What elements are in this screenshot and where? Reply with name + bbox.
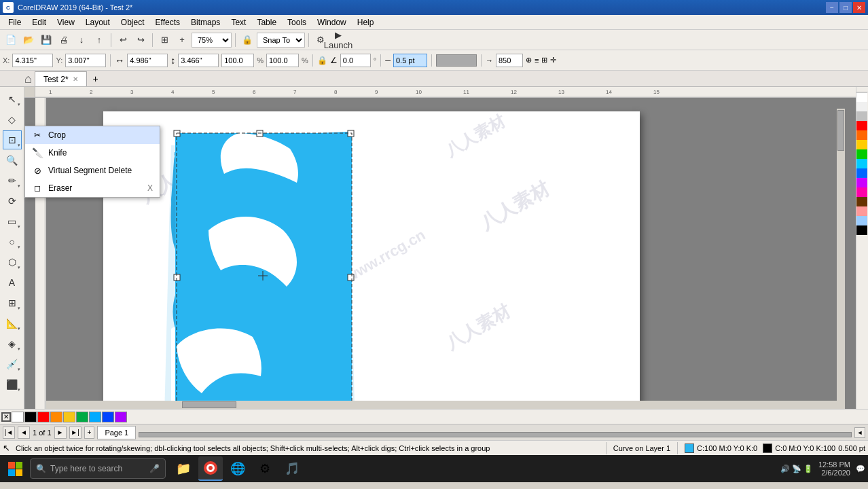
color-light-red[interactable] [856, 206, 867, 216]
fit-button[interactable]: ⊞ [156, 32, 173, 48]
tab-test2[interactable]: Test 2* ✕ [35, 71, 87, 86]
line-style-select[interactable] [436, 54, 477, 67]
node-tool[interactable]: ◇ [3, 110, 22, 129]
outline-size-input[interactable]: 850 [496, 54, 523, 67]
save-button[interactable]: 💾 [38, 32, 54, 48]
smart-draw-tool[interactable]: ⟳ [3, 192, 22, 211]
launch-button[interactable]: ▶ Launch [330, 32, 346, 48]
color-light-blue[interactable] [856, 216, 867, 225]
palette-yellow[interactable] [63, 412, 75, 422]
ellipse-tool[interactable]: ○▾ [3, 232, 22, 251]
text-tool[interactable]: A [3, 273, 22, 292]
redo-button[interactable]: ↪ [132, 32, 149, 48]
notification-icon[interactable]: 💬 [856, 465, 865, 473]
page-add-button[interactable]: + [84, 427, 95, 439]
palette-red[interactable] [37, 412, 50, 422]
menu-edit[interactable]: Edit [26, 15, 52, 30]
menu-bitmaps[interactable]: Bitmaps [185, 15, 225, 30]
export-button[interactable]: ↑ [91, 32, 107, 48]
polygon-tool[interactable]: ⬡▾ [3, 253, 22, 272]
select-tool[interactable]: ↖▾ [3, 90, 22, 109]
palette-green[interactable] [76, 412, 88, 422]
dd-virtual-segment[interactable]: ⊘ Virtual Segment Delete [25, 162, 160, 179]
color-black[interactable] [856, 225, 867, 235]
restore-button[interactable]: □ [839, 2, 852, 13]
interactive-tool[interactable]: ◈▾ [3, 334, 22, 353]
color-green[interactable] [856, 149, 867, 159]
tab-add-button[interactable]: + [88, 71, 103, 86]
palette-purple[interactable] [115, 412, 127, 422]
menu-view[interactable]: View [52, 15, 80, 30]
color-blue[interactable] [856, 168, 867, 178]
menu-layout[interactable]: Layout [80, 15, 115, 30]
zoom-tool[interactable]: 🔍 [3, 151, 22, 170]
dd-crop[interactable]: ✂ Crop [25, 126, 160, 144]
taskbar-search[interactable]: 🔍 Type here to search 🎤 [30, 458, 166, 479]
tab-close-icon[interactable]: ✕ [73, 75, 78, 83]
palette-black[interactable] [24, 412, 37, 422]
menu-effects[interactable]: Effects [150, 15, 185, 30]
angle-input[interactable]: 0.0 [340, 54, 371, 67]
print-button[interactable]: 🖨 [56, 32, 72, 48]
table-tool[interactable]: ⊞▾ [3, 293, 22, 312]
stroke-width-input[interactable]: 0.5 pt [393, 54, 427, 67]
new-button[interactable]: 📄 [3, 32, 19, 48]
page-collapse-button[interactable]: ◄ [854, 427, 865, 438]
scrollbar-vertical[interactable] [837, 109, 845, 409]
palette-white[interactable] [12, 412, 24, 422]
palette-orange[interactable] [50, 412, 62, 422]
taskbar-coreldraw[interactable] [198, 456, 223, 481]
taskbar-explorer[interactable]: 📁 [171, 456, 196, 481]
y-input[interactable]: 3.007" [65, 54, 106, 67]
minimize-button[interactable]: − [826, 2, 838, 13]
menu-text[interactable]: Text [225, 15, 251, 30]
color-cyan[interactable] [856, 159, 867, 168]
menu-tools[interactable]: Tools [282, 15, 312, 30]
crop-tool[interactable]: ⊡▾ [3, 130, 22, 149]
start-button[interactable] [3, 456, 27, 481]
zoom-select[interactable]: 75% 100% 50% [192, 33, 232, 48]
home-button[interactable]: ⌂ [24, 72, 32, 86]
page-scrollbar[interactable] [139, 427, 852, 437]
menu-file[interactable]: File [3, 15, 26, 30]
color-red[interactable] [856, 121, 867, 130]
taskbar-app4[interactable]: ⚙ [253, 456, 277, 481]
color-purple[interactable] [856, 178, 867, 187]
import-button[interactable]: ↓ [73, 32, 90, 48]
menu-table[interactable]: Table [251, 15, 282, 30]
undo-button[interactable]: ↩ [115, 32, 131, 48]
rectangle-tool[interactable]: ▭▾ [3, 212, 22, 231]
palette-cyan[interactable] [89, 412, 101, 422]
color-silver[interactable] [856, 111, 867, 121]
h-input[interactable]: 3.466" [178, 54, 219, 67]
dd-knife[interactable]: 🔪 Knife [25, 144, 160, 162]
page-prev-button[interactable]: ◄ [18, 427, 30, 439]
zoom-in-button[interactable]: + [174, 32, 190, 48]
smart-fill-tool[interactable]: ⬛▾ [3, 375, 22, 394]
w-pct-input[interactable]: 100.0 [221, 54, 254, 67]
color-light-gray[interactable] [856, 102, 867, 111]
eyedropper-tool[interactable]: 💉▾ [3, 355, 22, 374]
menu-window[interactable]: Window [312, 15, 352, 30]
menu-help[interactable]: Help [352, 15, 380, 30]
page-next-button[interactable]: ► [54, 427, 67, 439]
taskbar-browser[interactable]: 🌐 [225, 456, 250, 481]
color-white[interactable] [856, 92, 867, 102]
close-button[interactable]: ✕ [853, 2, 865, 13]
page-1-tab[interactable]: Page 1 [97, 426, 136, 439]
color-orange[interactable] [856, 130, 867, 140]
no-fill-swatch[interactable]: ✕ [1, 412, 11, 422]
palette-blue[interactable] [102, 412, 114, 422]
dd-eraser[interactable]: ◻ Eraser X [25, 179, 160, 197]
x-input[interactable]: 4.315" [12, 54, 53, 67]
open-button[interactable]: 📂 [20, 32, 37, 48]
page-last-button[interactable]: ►| [69, 427, 82, 439]
w-input[interactable]: 4.986" [127, 54, 168, 67]
scrollbar-horizontal[interactable] [46, 401, 837, 409]
page-first-button[interactable]: |◄ [3, 427, 15, 439]
curve-tool[interactable]: ✏▾ [3, 171, 22, 190]
color-brown[interactable] [856, 197, 867, 206]
measure-tool[interactable]: 📐▾ [3, 314, 22, 333]
taskbar-app5[interactable]: 🎵 [280, 456, 304, 481]
menu-object[interactable]: Object [115, 15, 150, 30]
